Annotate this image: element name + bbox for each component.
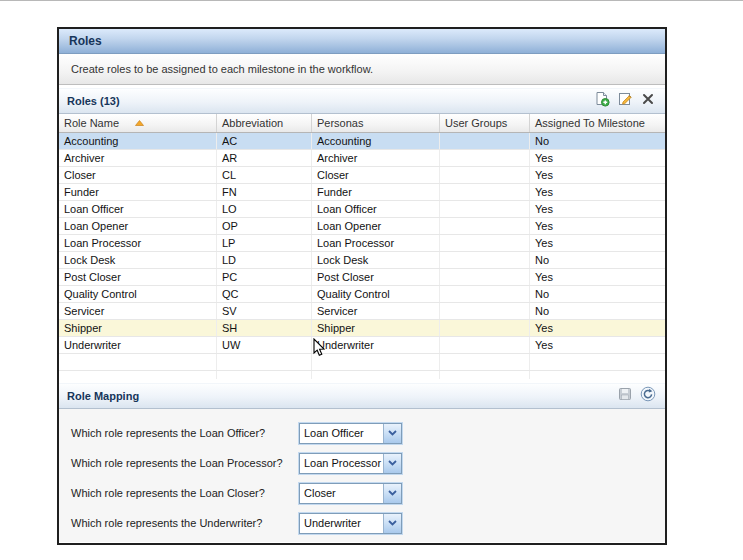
table-row[interactable]: ArchiverARArchiverYes: [59, 150, 665, 167]
table-column-header: Role Name Abbreviation Personas User Gro…: [59, 114, 665, 133]
chevron-down-icon[interactable]: [383, 484, 401, 503]
cell-assigned-to-milestone: Yes: [530, 167, 665, 183]
reset-icon: [640, 386, 656, 406]
cell-abbreviation: SH: [217, 320, 312, 336]
cell-personas: Post Closer: [312, 269, 440, 285]
cell-personas: Loan Processor: [312, 235, 440, 251]
roles-section-header: Roles (13): [59, 88, 665, 114]
roles-section-title: Roles (13): [67, 95, 588, 107]
cell-personas: Archiver: [312, 150, 440, 166]
table-row[interactable]: Lock DeskLDLock DeskNo: [59, 252, 665, 269]
save-mapping-button[interactable]: [616, 387, 634, 405]
cell-abbreviation: SV: [217, 303, 312, 319]
table-row[interactable]: FunderFNFunderYes: [59, 184, 665, 201]
table-row[interactable]: Loan ProcessorLPLoan ProcessorYes: [59, 235, 665, 252]
table-row[interactable]: AccountingACAccountingNo: [59, 133, 665, 150]
cell-abbreviation: FN: [217, 184, 312, 200]
mapping-question-row: Which role represents the Loan Processor…: [59, 448, 665, 478]
cell-user-groups: [440, 235, 530, 251]
cell-abbreviation: QC: [217, 286, 312, 302]
cell-user-groups: [440, 320, 530, 336]
role-select-dropdown[interactable]: Closer: [299, 483, 402, 504]
cell-role-name: Loan Officer: [59, 201, 217, 217]
cell-assigned-to-milestone: Yes: [530, 337, 665, 353]
cell-personas: Shipper: [312, 320, 440, 336]
mapping-question-row: Which role represents the Underwriter?Un…: [59, 508, 665, 538]
role-select-value: Loan Officer: [300, 424, 383, 443]
table-row[interactable]: Post CloserPCPost CloserYes: [59, 269, 665, 286]
cell-abbreviation: AR: [217, 150, 312, 166]
cell-role-name: Funder: [59, 184, 217, 200]
cell-role-name: Underwriter: [59, 337, 217, 353]
cell-abbreviation: OP: [217, 218, 312, 234]
cell-assigned-to-milestone: Yes: [530, 320, 665, 336]
column-header-personas[interactable]: Personas: [312, 114, 440, 132]
column-header-user-groups[interactable]: User Groups: [440, 114, 530, 132]
cell-personas: Loan Officer: [312, 201, 440, 217]
cell-abbreviation: CL: [217, 167, 312, 183]
cell-user-groups: [440, 150, 530, 166]
table-row[interactable]: CloserCLCloserYes: [59, 167, 665, 184]
cell-assigned-to-milestone: No: [530, 252, 665, 268]
edit-role-icon: [617, 91, 633, 111]
cell-abbreviation: UW: [217, 337, 312, 353]
role-select-dropdown[interactable]: Loan Officer: [299, 423, 402, 444]
cell-role-name: Accounting: [59, 133, 217, 149]
cell-personas: Underwriter: [312, 337, 440, 353]
table-row[interactable]: ShipperSHShipperYes: [59, 320, 665, 337]
reset-mapping-button[interactable]: [639, 387, 657, 405]
table-row[interactable]: UnderwriterUWUnderwriterYes: [59, 337, 665, 354]
roles-table-body: AccountingACAccountingNoArchiverARArchiv…: [59, 133, 665, 354]
cell-user-groups: [440, 201, 530, 217]
mapping-question-label: Which role represents the Loan Processor…: [71, 457, 299, 469]
column-header-role-name[interactable]: Role Name: [59, 114, 217, 132]
mapping-question-label: Which role represents the Loan Officer?: [71, 427, 299, 439]
cell-personas: Servicer: [312, 303, 440, 319]
table-row[interactable]: Loan OfficerLOLoan OfficerYes: [59, 201, 665, 218]
cell-user-groups: [440, 184, 530, 200]
cell-personas: Lock Desk: [312, 252, 440, 268]
cell-assigned-to-milestone: No: [530, 133, 665, 149]
cell-role-name: Loan Opener: [59, 218, 217, 234]
mapping-question-row: Which role represents the Loan Closer?Cl…: [59, 478, 665, 508]
role-select-value: Underwriter: [300, 514, 383, 533]
mapping-question-row: Which role represents the Loan Officer?L…: [59, 418, 665, 448]
role-select-value: Loan Processor: [300, 454, 383, 473]
sort-ascending-icon: [135, 120, 144, 126]
cell-role-name: Shipper: [59, 320, 217, 336]
new-role-button[interactable]: [593, 92, 611, 110]
chevron-down-icon[interactable]: [383, 454, 401, 473]
cell-user-groups: [440, 337, 530, 353]
edit-role-button[interactable]: [616, 92, 634, 110]
role-mapping-questions: Which role represents the Loan Officer?L…: [59, 409, 665, 542]
chevron-down-icon[interactable]: [383, 514, 401, 533]
cell-user-groups: [440, 252, 530, 268]
cell-role-name: Loan Processor: [59, 235, 217, 251]
cell-role-name: Archiver: [59, 150, 217, 166]
role-select-dropdown[interactable]: Loan Processor: [299, 453, 402, 474]
new-role-icon: [594, 91, 610, 111]
role-mapping-header: Role Mapping: [59, 383, 665, 409]
cell-user-groups: [440, 303, 530, 319]
cell-abbreviation: LP: [217, 235, 312, 251]
cell-user-groups: [440, 218, 530, 234]
cell-assigned-to-milestone: No: [530, 303, 665, 319]
table-row[interactable]: Loan OpenerOPLoan OpenerYes: [59, 218, 665, 235]
cell-user-groups: [440, 286, 530, 302]
delete-role-button[interactable]: [639, 92, 657, 110]
table-row[interactable]: Quality ControlQCQuality ControlNo: [59, 286, 665, 303]
cell-personas: Loan Opener: [312, 218, 440, 234]
cell-abbreviation: AC: [217, 133, 312, 149]
column-header-abbreviation[interactable]: Abbreviation: [217, 114, 312, 132]
chevron-down-icon[interactable]: [383, 424, 401, 443]
cell-user-groups: [440, 167, 530, 183]
delete-x-icon: [641, 92, 655, 110]
table-row[interactable]: ServicerSVServicerNo: [59, 303, 665, 320]
role-select-dropdown[interactable]: Underwriter: [299, 513, 402, 534]
cell-user-groups: [440, 269, 530, 285]
cell-role-name: Servicer: [59, 303, 217, 319]
column-header-assigned-to-milestone[interactable]: Assigned To Milestone: [530, 114, 665, 132]
cell-user-groups: [440, 133, 530, 149]
cell-assigned-to-milestone: Yes: [530, 150, 665, 166]
cell-abbreviation: PC: [217, 269, 312, 285]
